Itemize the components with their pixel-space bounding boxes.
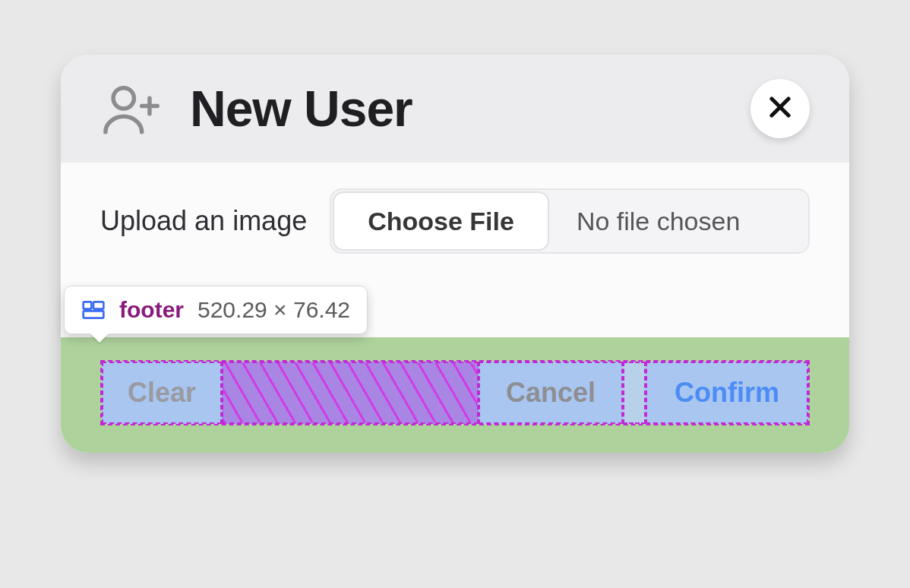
devtools-tooltip: footer 520.29 × 76.42: [64, 286, 368, 334]
close-icon: [766, 93, 795, 125]
svg-rect-5: [84, 302, 92, 308]
footer-flex-container: Clear Cancel Confirm: [100, 360, 810, 425]
svg-rect-6: [93, 302, 103, 308]
flex-margin-region: [623, 362, 646, 424]
dialog-header: New User: [61, 55, 849, 163]
tooltip-dimensions: 520.29 × 76.42: [197, 297, 350, 323]
dialog-title: New User: [190, 80, 412, 138]
header-left: New User: [100, 77, 412, 140]
flex-gap-region: [222, 362, 479, 424]
dialog-footer: Clear Cancel Confirm: [61, 337, 849, 453]
layout-icon: [81, 298, 106, 322]
choose-file-button[interactable]: Choose File: [333, 191, 549, 251]
clear-button[interactable]: Clear: [102, 362, 222, 424]
upload-label: Upload an image: [100, 205, 307, 237]
tooltip-tag: footer: [119, 297, 184, 323]
upload-row: Upload an image Choose File No file chos…: [100, 188, 810, 254]
file-status-text: No file chosen: [549, 190, 808, 252]
svg-rect-7: [84, 311, 104, 318]
user-plus-icon: [100, 77, 163, 140]
close-button[interactable]: [750, 79, 810, 138]
hatch-overlay: [223, 363, 477, 422]
new-user-dialog: New User Upload an image Choose File No …: [61, 55, 849, 453]
svg-point-0: [113, 88, 134, 109]
file-input[interactable]: Choose File No file chosen: [330, 188, 810, 254]
confirm-button[interactable]: Confirm: [646, 362, 808, 424]
cancel-button[interactable]: Cancel: [479, 362, 623, 424]
